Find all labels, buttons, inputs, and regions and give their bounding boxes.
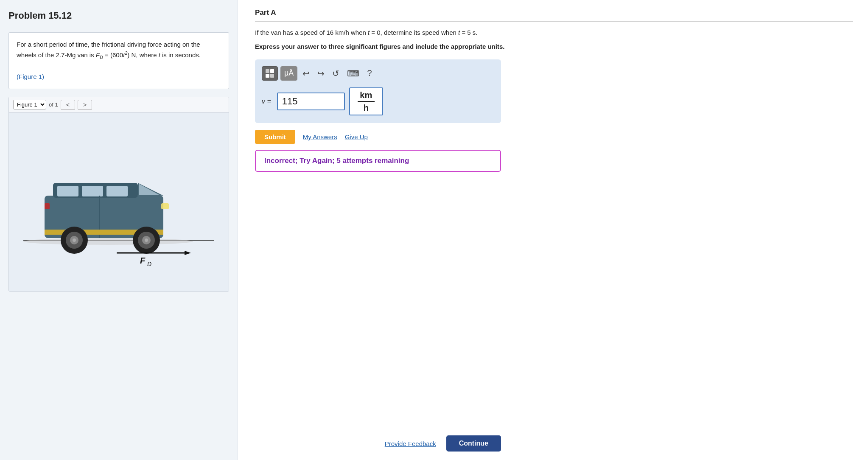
provide-feedback-button[interactable]: Provide Feedback [385, 440, 436, 447]
grid-icon [266, 69, 274, 78]
problem-title: Problem 15.12 [8, 10, 229, 21]
mu-button[interactable]: μÅ [280, 66, 297, 81]
svg-point-16 [73, 238, 76, 242]
input-row: v = km h [262, 87, 494, 115]
action-row: Submit My Answers Give Up [255, 130, 501, 144]
give-up-button[interactable]: Give Up [345, 133, 368, 140]
figure-container: Figure 1 of 1 < > [8, 97, 229, 292]
feedback-text: Incorrect; Try Again; 5 attempts remaini… [264, 157, 409, 165]
bottom-row: Provide Feedback Continue [255, 435, 501, 452]
part-label: Part A [255, 8, 853, 22]
answer-area: μÅ ↩ ↪ ↺ ⌨ ? v = km h [255, 59, 501, 123]
left-panel: Problem 15.12 For a short period of time… [0, 0, 238, 460]
svg-rect-11 [45, 203, 50, 209]
svg-text:D: D [147, 261, 151, 267]
my-answers-button[interactable]: My Answers [303, 133, 337, 140]
keyboard-button[interactable]: ⌨ [344, 67, 362, 79]
unit-fraction-line [358, 101, 375, 102]
figure-header: Figure 1 of 1 < > [9, 97, 229, 113]
svg-rect-10 [161, 203, 169, 209]
submit-button[interactable]: Submit [255, 130, 295, 144]
svg-point-1 [23, 238, 193, 245]
redo-button[interactable]: ↪ [315, 67, 327, 79]
unit-denominator: h [364, 103, 369, 113]
svg-rect-5 [57, 186, 78, 196]
figure-next-button[interactable]: > [78, 100, 92, 110]
svg-text:F: F [140, 256, 146, 265]
help-button[interactable]: ? [364, 67, 374, 79]
svg-rect-6 [82, 186, 103, 196]
undo-button[interactable]: ↩ [300, 67, 312, 79]
svg-point-20 [145, 238, 148, 242]
van-illustration: F D [15, 132, 223, 272]
svg-marker-22 [185, 251, 191, 255]
problem-description: For a short period of time, the friction… [8, 32, 229, 89]
answer-input[interactable] [277, 93, 345, 110]
figure-select[interactable]: Figure 1 [13, 100, 46, 109]
unit-box: km h [349, 87, 383, 115]
description-text: For a short period of time, the friction… [17, 41, 201, 59]
figure-of-label: of 1 [49, 101, 58, 108]
part-instruction: Express your answer to three significant… [255, 42, 853, 52]
part-question: If the van has a speed of 16 km/h when t… [255, 28, 853, 38]
figure-link[interactable]: (Figure 1) [17, 73, 44, 80]
reset-button[interactable]: ↺ [330, 67, 342, 79]
var-label: v = [262, 98, 271, 105]
right-panel: Part A If the van has a speed of 16 km/h… [238, 0, 868, 460]
feedback-box: Incorrect; Try Again; 5 attempts remaini… [255, 150, 501, 172]
svg-rect-7 [106, 186, 128, 196]
figure-prev-button[interactable]: < [61, 100, 75, 110]
unit-numerator: km [360, 90, 372, 100]
matrix-button[interactable] [262, 66, 278, 81]
figure-image-area: F D [9, 113, 229, 291]
toolbar: μÅ ↩ ↪ ↺ ⌨ ? [262, 66, 494, 81]
continue-button[interactable]: Continue [446, 435, 501, 452]
